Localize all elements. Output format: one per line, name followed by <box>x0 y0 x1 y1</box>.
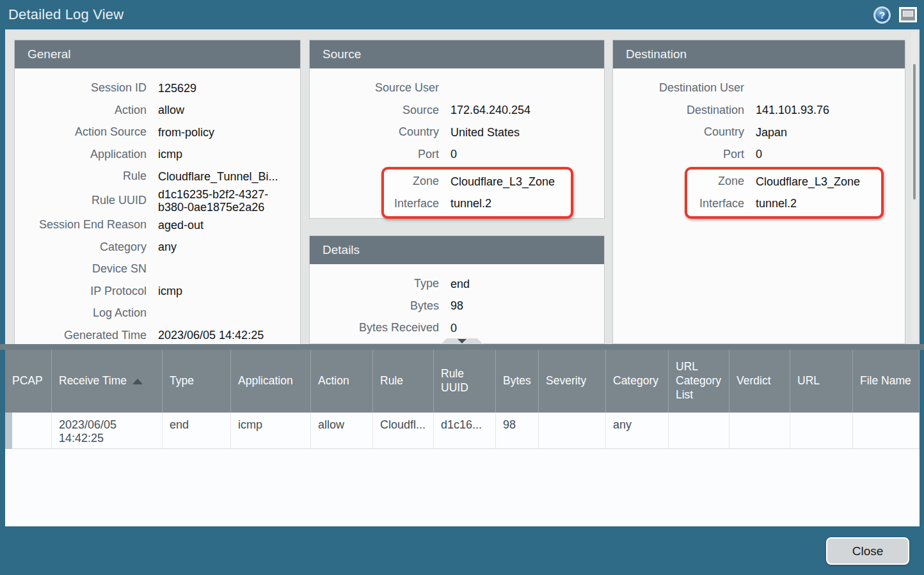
panel-source-body: Source User Source172.64.240.254 Country… <box>310 68 604 219</box>
field-country: CountryUnited States <box>310 122 604 144</box>
panel-destination: Destination Destination User Destination… <box>612 40 905 344</box>
field-value: 2023/06/05 14:42:25 <box>147 329 269 342</box>
column-header-url[interactable]: URL <box>790 350 853 413</box>
field-action-source: Action Sourcefrom-policy <box>15 122 300 144</box>
field-label: Destination <box>613 104 744 117</box>
field-label: Action <box>15 104 147 117</box>
field-application: Applicationicmp <box>15 144 300 166</box>
chevron-down-icon <box>458 339 466 343</box>
column-header-label: Receive Time <box>59 374 127 388</box>
column-header-url-category-list[interactable]: URL Category List <box>669 350 729 413</box>
log-table: PCAP Receive Time Type Application Actio… <box>5 350 920 526</box>
column-header-category[interactable]: Category <box>606 350 669 413</box>
field-value: d1c16235-b2f2-4327-b380-0ae1875e2a26 <box>147 188 290 214</box>
field-value: aged-out <box>147 219 209 232</box>
vertical-scrollbar[interactable] <box>911 32 918 342</box>
field-label: Bytes <box>310 300 439 313</box>
table-row[interactable]: 2023/06/05 14:42:25 end icmp allow Cloud… <box>12 413 920 449</box>
field-label: Session End Reason <box>15 219 147 232</box>
field-value: United States <box>439 126 525 139</box>
column-header-rule[interactable]: Rule <box>373 350 434 413</box>
field-bytes: Bytes98 <box>310 295 604 318</box>
field-label: Device SN <box>15 263 147 276</box>
collapse-panel-button[interactable] <box>441 338 483 344</box>
cell-url <box>790 413 853 448</box>
field-label: Interface <box>687 198 744 210</box>
column-header-type[interactable]: Type <box>163 350 231 413</box>
cell-pcap <box>12 413 52 448</box>
field-rule: RuleCloudflare_Tunnel_Bi... <box>15 166 300 188</box>
cell-bytes: 98 <box>496 413 539 448</box>
field-type: Typeend <box>310 273 604 295</box>
panel-details-header: Details <box>310 236 604 264</box>
cell-category: any <box>606 413 669 448</box>
cell-application: icmp <box>231 413 311 448</box>
field-label: Source <box>310 104 439 117</box>
panel-source-header: Source <box>310 40 604 68</box>
field-label: Country <box>310 126 439 139</box>
source-zone-highlight-box: ZoneCloudflare_L3_Zone Interfacetunnel.2 <box>381 167 573 219</box>
field-label: Generated Time <box>15 329 147 342</box>
window-restore-icon[interactable] <box>899 7 917 22</box>
column-header-receive-time[interactable]: Receive Time <box>52 350 163 413</box>
field-label: Destination User <box>613 82 744 95</box>
field-interface: Interfacetunnel.2 <box>384 193 571 216</box>
cell-action: allow <box>311 413 373 448</box>
field-label: Port <box>613 148 744 161</box>
field-country: CountryJapan <box>613 122 905 144</box>
column-header-bytes[interactable]: Bytes <box>496 350 539 413</box>
field-value: any <box>147 240 182 254</box>
cell-receive-time: 2023/06/05 14:42:25 <box>52 413 163 448</box>
field-label: Country <box>613 126 744 139</box>
titlebar-icons: ? <box>873 6 924 24</box>
field-value: 0 <box>439 322 462 335</box>
field-value: from-policy <box>147 126 219 139</box>
panel-general-body: Session ID125629 Actionallow Action Sour… <box>15 68 300 344</box>
field-label: Type <box>310 278 439 290</box>
column-header-application[interactable]: Application <box>231 350 311 413</box>
panel-general-header: General <box>15 40 300 68</box>
detail-panels-region: General Session ID125629 Actionallow Act… <box>5 29 920 344</box>
cell-verdict <box>729 413 790 448</box>
field-bytes-received: Bytes Received0 <box>310 317 604 340</box>
column-header-action[interactable]: Action <box>311 350 373 413</box>
field-ip-protocol: IP Protocolicmp <box>15 280 300 303</box>
column-header-verdict[interactable]: Verdict <box>729 350 790 413</box>
field-label: Category <box>15 241 147 254</box>
field-value: 0 <box>439 148 462 161</box>
column-header-pcap[interactable]: PCAP <box>5 350 52 413</box>
field-label: Rule <box>15 170 147 183</box>
log-table-header: PCAP Receive Time Type Application Actio… <box>5 350 920 413</box>
field-value: 0 <box>744 148 767 161</box>
field-label: Port <box>310 148 439 161</box>
field-port: Port0 <box>613 144 905 166</box>
dialog-titlebar: Detailed Log View ? <box>0 0 924 29</box>
close-button[interactable]: Close <box>826 537 909 565</box>
field-value: tunnel.2 <box>744 197 802 210</box>
dialog-footer: Close <box>0 526 924 575</box>
field-value: 125629 <box>147 82 202 95</box>
field-label: Bytes Received <box>310 322 439 335</box>
field-value: end <box>439 278 475 291</box>
field-label: Zone <box>384 175 439 188</box>
field-label: Zone <box>687 175 744 188</box>
field-rule-uuid: Rule UUIDd1c16235-b2f2-4327-b380-0ae1875… <box>15 188 300 214</box>
field-category: Categoryany <box>15 236 300 258</box>
help-icon[interactable]: ? <box>873 6 891 24</box>
sort-ascending-icon <box>132 379 143 384</box>
column-header-severity[interactable]: Severity <box>539 350 606 413</box>
cell-rule-uuid: d1c16... <box>434 413 496 448</box>
field-label: Action Source <box>15 126 147 139</box>
field-generated-time: Generated Time2023/06/05 14:42:25 <box>15 324 300 344</box>
field-label: Application <box>15 148 147 161</box>
column-header-file-name[interactable]: File Name <box>853 350 920 413</box>
log-table-body: 2023/06/05 14:42:25 end icmp allow Cloud… <box>5 413 920 449</box>
scrollbar-thumb[interactable] <box>913 64 916 200</box>
panel-general: General Session ID125629 Actionallow Act… <box>14 40 301 344</box>
field-zone: ZoneCloudflare_L3_Zone <box>687 171 881 193</box>
cell-url-category-list <box>669 413 729 448</box>
cell-file-name <box>853 413 920 448</box>
panel-splitter[interactable] <box>0 344 924 350</box>
destination-zone-highlight-box: ZoneCloudflare_L3_Zone Interfacetunnel.2 <box>685 167 884 219</box>
column-header-rule-uuid[interactable]: Rule UUID <box>434 350 496 413</box>
